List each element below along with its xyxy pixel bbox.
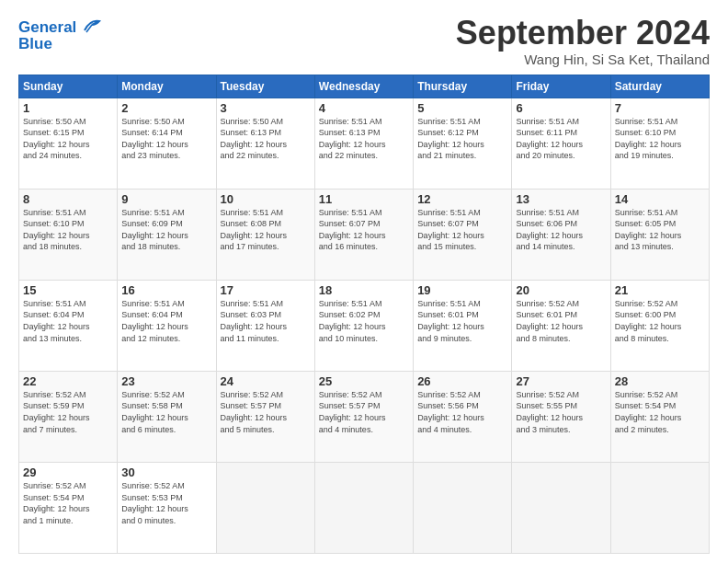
day-info: Sunrise: 5:50 AM Sunset: 6:13 PM Dayligh… [221,116,311,162]
col-sunday: Sunday [19,75,118,98]
calendar-cell: 13Sunrise: 5:51 AM Sunset: 6:06 PM Dayli… [512,189,610,280]
day-number: 11 [319,192,409,206]
day-info: Sunrise: 5:51 AM Sunset: 6:07 PM Dayligh… [319,207,409,253]
calendar-cell: 8Sunrise: 5:51 AM Sunset: 6:10 PM Daylig… [19,189,118,280]
calendar-cell [216,462,314,553]
day-info: Sunrise: 5:52 AM Sunset: 6:00 PM Dayligh… [615,298,705,344]
col-saturday: Saturday [610,75,709,98]
day-info: Sunrise: 5:51 AM Sunset: 6:10 PM Dayligh… [23,207,113,253]
day-number: 27 [516,374,606,388]
day-info: Sunrise: 5:51 AM Sunset: 6:10 PM Dayligh… [615,116,705,162]
header-row: Sunday Monday Tuesday Wednesday Thursday… [19,75,710,98]
day-info: Sunrise: 5:51 AM Sunset: 6:05 PM Dayligh… [615,207,705,253]
day-info: Sunrise: 5:52 AM Sunset: 5:54 PM Dayligh… [615,389,705,435]
calendar-cell: 23Sunrise: 5:52 AM Sunset: 5:58 PM Dayli… [118,371,216,462]
day-number: 12 [417,192,507,206]
day-info: Sunrise: 5:52 AM Sunset: 5:59 PM Dayligh… [23,389,113,435]
day-info: Sunrise: 5:52 AM Sunset: 5:56 PM Dayligh… [417,389,507,435]
day-number: 13 [516,192,606,206]
header: General Blue September 2024 Wang Hin, Si… [18,15,710,67]
day-info: Sunrise: 5:51 AM Sunset: 6:08 PM Dayligh… [221,207,311,253]
logo: General Blue [18,18,103,53]
day-number: 2 [121,101,211,115]
col-tuesday: Tuesday [216,75,314,98]
calendar-cell: 16Sunrise: 5:51 AM Sunset: 6:04 PM Dayli… [118,280,216,371]
day-number: 29 [23,465,113,479]
calendar-cell: 14Sunrise: 5:51 AM Sunset: 6:05 PM Dayli… [610,189,709,280]
calendar-cell: 22Sunrise: 5:52 AM Sunset: 5:59 PM Dayli… [19,371,118,462]
day-number: 21 [615,283,705,297]
calendar-cell: 19Sunrise: 5:51 AM Sunset: 6:01 PM Dayli… [414,280,512,371]
calendar-cell [512,462,610,553]
logo-bird-icon [83,17,103,34]
day-number: 30 [121,465,211,479]
subtitle: Wang Hin, Si Sa Ket, Thailand [456,52,710,67]
day-info: Sunrise: 5:51 AM Sunset: 6:11 PM Dayligh… [516,116,606,162]
calendar-cell: 26Sunrise: 5:52 AM Sunset: 5:56 PM Dayli… [414,371,512,462]
calendar-cell: 1Sunrise: 5:50 AM Sunset: 6:15 PM Daylig… [19,98,118,189]
calendar-cell: 11Sunrise: 5:51 AM Sunset: 6:07 PM Dayli… [314,189,413,280]
day-info: Sunrise: 5:51 AM Sunset: 6:03 PM Dayligh… [221,298,311,344]
day-number: 5 [417,101,507,115]
day-number: 26 [417,374,507,388]
day-info: Sunrise: 5:51 AM Sunset: 6:01 PM Dayligh… [417,298,507,344]
logo-subtext: Blue [18,35,103,53]
day-info: Sunrise: 5:51 AM Sunset: 6:09 PM Dayligh… [121,207,211,253]
calendar-cell: 24Sunrise: 5:52 AM Sunset: 5:57 PM Dayli… [216,371,314,462]
calendar-cell: 27Sunrise: 5:52 AM Sunset: 5:55 PM Dayli… [512,371,610,462]
col-thursday: Thursday [414,75,512,98]
calendar-cell: 4Sunrise: 5:51 AM Sunset: 6:13 PM Daylig… [314,98,413,189]
title-block: September 2024 Wang Hin, Si Sa Ket, Thai… [456,15,710,67]
calendar-row: 15Sunrise: 5:51 AM Sunset: 6:04 PM Dayli… [19,280,710,371]
day-number: 23 [121,374,211,388]
day-number: 16 [121,283,211,297]
calendar-row: 8Sunrise: 5:51 AM Sunset: 6:10 PM Daylig… [19,189,710,280]
day-info: Sunrise: 5:52 AM Sunset: 5:58 PM Dayligh… [121,389,211,435]
day-number: 15 [23,283,113,297]
day-number: 24 [221,374,311,388]
day-number: 3 [221,101,311,115]
day-number: 1 [23,101,113,115]
calendar-cell: 20Sunrise: 5:52 AM Sunset: 6:01 PM Dayli… [512,280,610,371]
day-number: 19 [417,283,507,297]
day-info: Sunrise: 5:50 AM Sunset: 6:14 PM Dayligh… [121,116,211,162]
calendar-cell: 6Sunrise: 5:51 AM Sunset: 6:11 PM Daylig… [512,98,610,189]
day-number: 22 [23,374,113,388]
day-info: Sunrise: 5:51 AM Sunset: 6:06 PM Dayligh… [516,207,606,253]
calendar-cell [610,462,709,553]
logo-text: General [18,18,103,37]
day-number: 18 [319,283,409,297]
calendar-cell: 30Sunrise: 5:52 AM Sunset: 5:53 PM Dayli… [118,462,216,553]
calendar-cell: 28Sunrise: 5:52 AM Sunset: 5:54 PM Dayli… [610,371,709,462]
day-info: Sunrise: 5:52 AM Sunset: 5:53 PM Dayligh… [121,480,211,526]
calendar-cell: 3Sunrise: 5:50 AM Sunset: 6:13 PM Daylig… [216,98,314,189]
day-number: 14 [615,192,705,206]
calendar-table: Sunday Monday Tuesday Wednesday Thursday… [18,75,710,554]
day-info: Sunrise: 5:51 AM Sunset: 6:04 PM Dayligh… [121,298,211,344]
calendar-cell: 29Sunrise: 5:52 AM Sunset: 5:54 PM Dayli… [19,462,118,553]
calendar-cell [414,462,512,553]
day-info: Sunrise: 5:50 AM Sunset: 6:15 PM Dayligh… [23,116,113,162]
day-info: Sunrise: 5:52 AM Sunset: 5:55 PM Dayligh… [516,389,606,435]
day-number: 17 [221,283,311,297]
col-monday: Monday [118,75,216,98]
day-number: 28 [615,374,705,388]
day-info: Sunrise: 5:52 AM Sunset: 5:57 PM Dayligh… [221,389,311,435]
calendar-cell: 25Sunrise: 5:52 AM Sunset: 5:57 PM Dayli… [314,371,413,462]
day-info: Sunrise: 5:51 AM Sunset: 6:12 PM Dayligh… [417,116,507,162]
col-wednesday: Wednesday [314,75,413,98]
calendar-cell: 2Sunrise: 5:50 AM Sunset: 6:14 PM Daylig… [118,98,216,189]
day-number: 8 [23,192,113,206]
page: General Blue September 2024 Wang Hin, Si… [0,0,728,563]
day-number: 6 [516,101,606,115]
calendar-cell: 21Sunrise: 5:52 AM Sunset: 6:00 PM Dayli… [610,280,709,371]
day-number: 10 [221,192,311,206]
day-info: Sunrise: 5:51 AM Sunset: 6:02 PM Dayligh… [319,298,409,344]
calendar-cell: 9Sunrise: 5:51 AM Sunset: 6:09 PM Daylig… [118,189,216,280]
calendar-row: 22Sunrise: 5:52 AM Sunset: 5:59 PM Dayli… [19,371,710,462]
day-info: Sunrise: 5:51 AM Sunset: 6:13 PM Dayligh… [319,116,409,162]
day-number: 7 [615,101,705,115]
calendar-cell: 17Sunrise: 5:51 AM Sunset: 6:03 PM Dayli… [216,280,314,371]
day-number: 4 [319,101,409,115]
month-title: September 2024 [456,15,710,52]
